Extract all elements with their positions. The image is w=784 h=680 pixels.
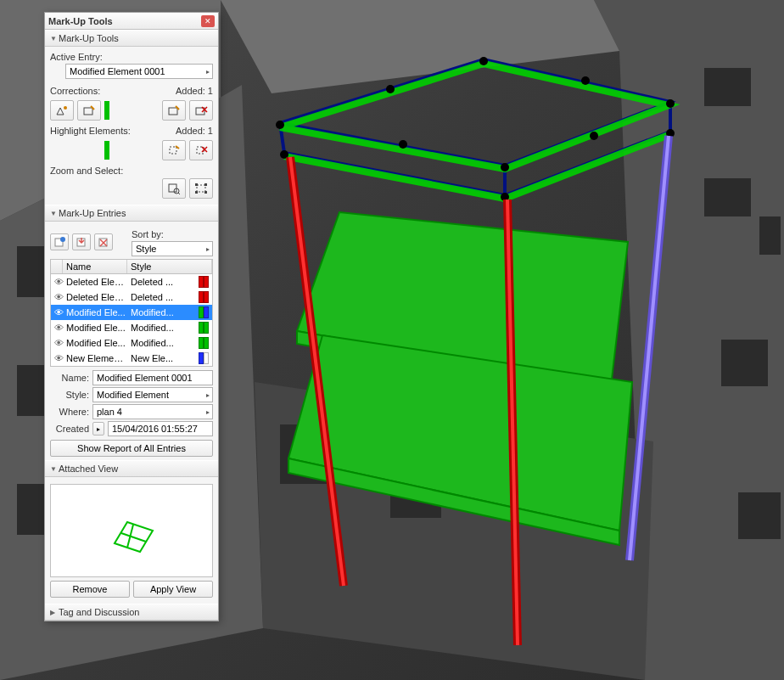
corrections-label: Corrections:: [50, 86, 100, 96]
chevron-down-icon: ▼: [50, 210, 59, 217]
remove-highlight-button[interactable]: [189, 140, 213, 160]
svg-point-24: [666, 99, 675, 108]
svg-rect-45: [170, 147, 176, 154]
created-field[interactable]: 15/04/2016 01:55:27: [108, 421, 213, 436]
list-row[interactable]: 👁Deleted Elem...Deleted ...: [51, 289, 212, 305]
row-swatches: [199, 337, 210, 349]
svg-rect-11: [721, 340, 768, 386]
section-body-tools: Active Entry: Modified Element 0001 ▸ Co…: [45, 47, 218, 205]
svg-rect-8: [704, 68, 751, 106]
column-name[interactable]: Name: [63, 260, 127, 273]
section-header-entries[interactable]: ▼ Mark-Up Entries: [45, 205, 218, 222]
row-swatches: [199, 291, 210, 303]
row-style: Modified...: [129, 338, 199, 348]
add-highlight-button[interactable]: [162, 140, 186, 160]
panel-titlebar[interactable]: Mark-Up Tools ✕: [45, 13, 218, 30]
row-style: Modified...: [129, 323, 199, 333]
list-row[interactable]: 👁Modified Ele...Modified...: [51, 305, 212, 320]
entries-list: Name Style 👁Deleted Elem...Deleted ...👁D…: [50, 259, 213, 367]
sort-by-value: Style: [136, 244, 156, 254]
select-button[interactable]: [189, 178, 213, 199]
row-swatches: [199, 352, 210, 364]
sort-by-dropdown[interactable]: Style ▸: [132, 241, 213, 256]
correction-tool-2[interactable]: [77, 100, 101, 121]
svg-rect-52: [197, 185, 205, 192]
list-header: Name Style: [51, 260, 212, 274]
svg-point-30: [581, 76, 590, 85]
show-report-button[interactable]: Show Report of All Entries: [50, 440, 213, 457]
name-field[interactable]: Modified Element 0001: [92, 370, 213, 385]
section-body-view: Remove Apply View: [45, 477, 218, 604]
zoom-select-label: Zoom and Select:: [50, 166, 213, 176]
import-entry-button[interactable]: [72, 233, 91, 250]
svg-point-32: [590, 132, 598, 140]
added-count-2: Added: 1: [176, 126, 213, 136]
green-indicator-2: [104, 141, 109, 160]
section-header-view[interactable]: ▼ Attached View: [45, 460, 218, 477]
form-created-label: Created: [50, 424, 89, 434]
section-header-tools[interactable]: ▼ Mark-Up Tools: [45, 30, 218, 47]
row-name: Deleted Elem...: [64, 277, 129, 287]
list-row[interactable]: 👁Deleted Elem...Deleted ...: [51, 274, 212, 289]
chevron-down-icon: ▼: [50, 465, 59, 473]
close-button[interactable]: ✕: [201, 15, 215, 27]
svg-rect-9: [704, 178, 751, 216]
row-style: New Ele...: [129, 353, 199, 363]
visibility-icon[interactable]: 👁: [53, 353, 64, 363]
attached-view-preview[interactable]: [50, 484, 213, 577]
visibility-icon[interactable]: 👁: [53, 323, 64, 333]
row-swatches: [199, 276, 210, 288]
added-count-1: Added: 1: [176, 86, 213, 96]
section-title-view: Attached View: [59, 464, 118, 474]
visibility-icon[interactable]: 👁: [53, 338, 64, 348]
active-entry-dropdown[interactable]: Modified Element 0001 ▸: [65, 64, 213, 79]
svg-rect-53: [195, 183, 198, 186]
form-where-label: Where:: [50, 407, 89, 417]
section-title-tag: Tag and Discussion: [59, 607, 139, 617]
where-dropdown[interactable]: plan 4▸: [92, 404, 213, 419]
svg-rect-10: [759, 216, 781, 255]
svg-point-22: [276, 121, 284, 129]
list-row[interactable]: 👁New Element ...New Ele...: [51, 351, 212, 366]
svg-rect-49: [169, 184, 176, 192]
markup-tools-panel: Mark-Up Tools ✕ ▼ Mark-Up Tools Active E…: [44, 12, 219, 621]
correction-tool-1[interactable]: [50, 100, 74, 121]
chevron-right-icon: ▶: [50, 609, 59, 616]
row-name: Modified Ele...: [64, 323, 129, 333]
visibility-icon[interactable]: 👁: [53, 277, 64, 287]
row-name: Modified Ele...: [64, 338, 129, 348]
apply-view-button[interactable]: Apply View: [133, 581, 213, 598]
chevron-down-icon: ▼: [50, 35, 59, 42]
created-nav-button[interactable]: ▸: [92, 422, 104, 436]
row-style: Deleted ...: [129, 277, 199, 287]
highlight-label: Highlight Elements:: [50, 126, 131, 136]
delete-entry-button[interactable]: [94, 233, 113, 250]
panel-title: Mark-Up Tools: [48, 16, 201, 26]
new-entry-button[interactable]: [50, 233, 69, 250]
visibility-icon[interactable]: 👁: [53, 292, 64, 302]
section-body-entries: Sort by: Style ▸ Name Style 👁Deleted Ele…: [45, 222, 218, 460]
svg-rect-41: [169, 108, 177, 115]
section-header-tag[interactable]: ▶ Tag and Discussion: [45, 604, 218, 621]
svg-line-51: [178, 193, 180, 194]
form-style-label: Style:: [50, 390, 89, 400]
svg-point-39: [64, 106, 67, 110]
chevron-right-icon: ▸: [206, 408, 210, 416]
style-dropdown[interactable]: Modified Element▸: [92, 387, 213, 402]
remove-correction-button[interactable]: [189, 100, 213, 121]
form-name-label: Name:: [50, 373, 89, 383]
active-entry-value: Modified Element 0001: [70, 66, 165, 76]
chevron-right-icon: ▸: [206, 391, 210, 399]
list-row[interactable]: 👁Modified Ele...Modified...: [51, 335, 212, 351]
zoom-button[interactable]: [162, 178, 186, 199]
svg-rect-54: [204, 183, 207, 186]
add-correction-button[interactable]: [162, 100, 186, 121]
list-row[interactable]: 👁Modified Ele...Modified...: [51, 320, 212, 335]
remove-view-button[interactable]: Remove: [50, 581, 130, 598]
chevron-right-icon: ▸: [206, 245, 210, 253]
visibility-icon[interactable]: 👁: [53, 307, 64, 318]
column-style[interactable]: Style: [127, 260, 212, 273]
svg-point-23: [479, 57, 488, 65]
svg-rect-40: [84, 108, 92, 115]
svg-point-58: [60, 237, 65, 242]
